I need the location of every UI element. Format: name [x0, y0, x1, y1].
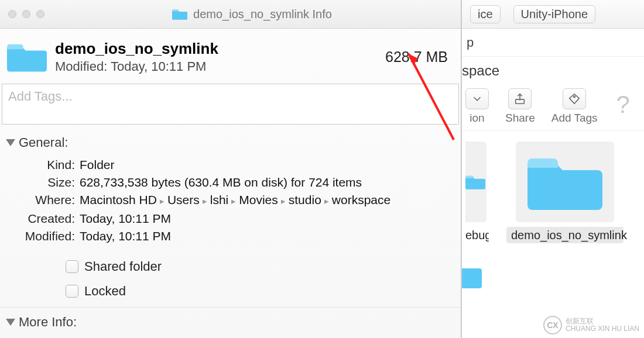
modified-line: Modified: Today, 10:11 PM — [55, 59, 377, 74]
icon-grid: ebug demo_ios_no_symlink — [462, 131, 644, 254]
size-value: 628,733,538 bytes (630.4 MB on disk) for… — [80, 174, 454, 191]
chevron-down-icon[interactable] — [6, 139, 15, 146]
section-more-info[interactable]: More Info: — [0, 307, 461, 333]
titlebar[interactable]: demo_ios_no_symlink Info — [0, 0, 461, 29]
watermark: CX 创新互联 CHUANG XIN HU LIAN — [543, 316, 639, 334]
add-tags-button[interactable]: Add Tags — [551, 88, 598, 125]
zoom-icon[interactable] — [36, 10, 44, 18]
shared-folder-label: Shared folder — [84, 258, 162, 275]
total-size: 628.7 MB — [385, 49, 450, 65]
tag-icon — [568, 92, 581, 105]
where-value: Macintosh HD▸Users▸lshi▸Movies▸studio▸wo… — [80, 191, 454, 210]
chevron-down-icon — [471, 92, 484, 105]
close-icon[interactable] — [8, 10, 16, 18]
folder-name: demo_ios_no_symlink — [55, 40, 377, 58]
folder-icon — [465, 142, 487, 222]
finder-window-fragment: ice Unity-iPhone p space ion Share Add T… — [461, 0, 644, 338]
watermark-subtext: CHUANG XIN HU LIAN — [566, 325, 639, 333]
share-button[interactable]: Share — [505, 88, 535, 125]
share-icon — [513, 92, 526, 105]
finder-toolbar: ion Share Add Tags ? — [462, 82, 644, 131]
folder-icon — [516, 142, 614, 222]
where-label: Where: — [7, 191, 75, 210]
list-item-selected[interactable]: demo_ios_no_symlink — [506, 142, 624, 243]
tags-input[interactable]: Add Tags... — [2, 84, 459, 125]
kind-value: Folder — [80, 156, 454, 174]
section-general[interactable]: General: — [0, 128, 461, 154]
created-label: Created: — [7, 210, 75, 227]
folder-icon — [172, 6, 187, 22]
location-fragment: space — [462, 57, 644, 82]
modified-value: Today, 10:11 PM — [80, 227, 454, 245]
summary-row: demo_ios_no_symlink Modified: Today, 10:… — [0, 29, 461, 82]
kind-label: Kind: — [7, 156, 75, 174]
tab-unity-iphone[interactable]: Unity-iPhone — [513, 5, 596, 23]
locked-checkbox[interactable]: Locked — [7, 279, 454, 303]
item-label-fragment: ebug — [465, 227, 489, 243]
svg-point-1 — [574, 96, 576, 98]
general-details: Kind: Folder Size: 628,733,538 bytes (63… — [0, 154, 461, 306]
list-item[interactable]: ebug — [465, 142, 489, 243]
item-label: demo_ios_no_symlink — [506, 227, 624, 243]
modified-label: Modified: — [7, 227, 75, 245]
folder-icon — [7, 37, 47, 77]
window-title-text: demo_ios_no_symlink Info — [193, 8, 332, 21]
toolbar-label: Add Tags — [551, 112, 598, 125]
breadcrumb-fragment[interactable]: p — [467, 35, 474, 50]
view-button-fragment[interactable]: ion — [465, 88, 489, 125]
window-controls[interactable] — [8, 10, 44, 18]
created-value: Today, 10:11 PM — [80, 210, 454, 227]
section-label: More Info: — [19, 315, 77, 330]
shared-folder-checkbox[interactable]: Shared folder — [7, 254, 454, 279]
size-label: Size: — [7, 174, 75, 191]
minimize-icon[interactable] — [22, 10, 30, 18]
toolbar-label: Share — [505, 112, 535, 125]
finder-tabs: ice Unity-iPhone — [462, 0, 644, 29]
watermark-logo: CX — [543, 316, 562, 334]
locked-label: Locked — [84, 282, 126, 300]
get-info-window: demo_ios_no_symlink Info demo_ios_no_sym… — [0, 0, 461, 338]
checkbox-icon[interactable] — [66, 260, 78, 273]
toolbar-label: ion — [470, 112, 484, 125]
window-title: demo_ios_no_symlink Info — [52, 6, 453, 22]
help-icon[interactable]: ? — [616, 91, 630, 119]
tab-fragment[interactable]: ice — [470, 5, 501, 23]
checkbox-icon[interactable] — [66, 285, 78, 298]
chevron-down-icon[interactable] — [6, 319, 15, 326]
section-label: General: — [19, 135, 68, 150]
breadcrumb[interactable]: p — [462, 29, 644, 57]
folder-icon — [462, 254, 644, 295]
